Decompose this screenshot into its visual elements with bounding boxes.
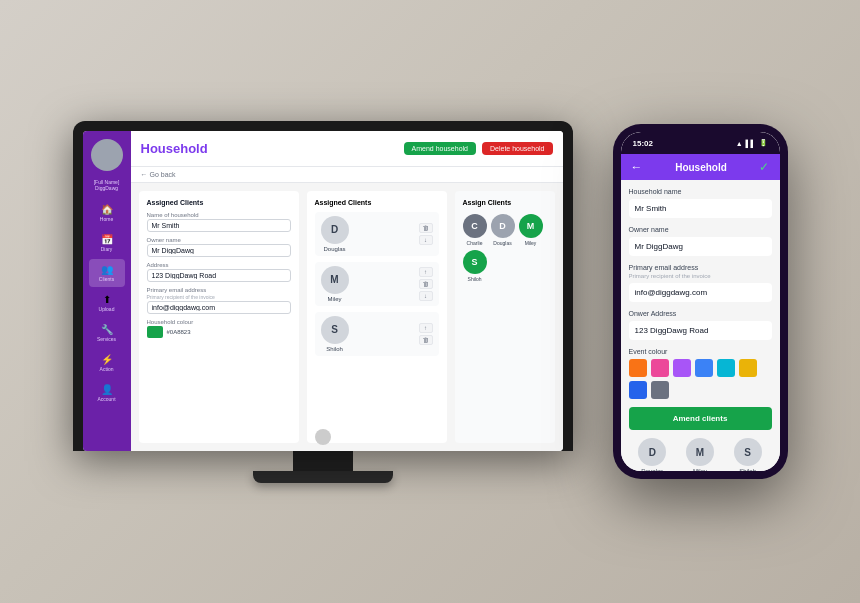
monitor-screen: [Full Name] DiggDawg 🏠 Home 📅 Diary 👥 Cl… — [83, 131, 563, 451]
header-buttons: Amend household Delete household — [404, 142, 553, 155]
phone-client-shiloh: S Shiloh — [734, 438, 762, 471]
wifi-icon: ▲ — [736, 140, 743, 147]
sidebar-item-services[interactable]: 🔧 Services — [89, 319, 125, 347]
client-delete-shiloh[interactable]: 🗑 — [419, 335, 433, 345]
phone-status-icons: ▲ ▌▌ 🔋 — [736, 139, 768, 147]
phone-avatar-douglas: D — [638, 438, 666, 466]
sidebar-item-diary[interactable]: 📅 Diary — [89, 229, 125, 257]
phone-back-button[interactable]: ← — [631, 160, 643, 174]
color-dark-blue[interactable] — [629, 381, 647, 399]
client-up-shiloh[interactable]: ↑ — [419, 323, 433, 333]
avatar — [91, 139, 123, 171]
sidebar-label-home: Home — [100, 216, 113, 222]
household-name-label: Name of household — [147, 212, 291, 218]
email-sublabel: Primary recipient of the invoice — [147, 294, 291, 300]
client-actions-douglas: 🗑 ↓ — [419, 223, 433, 245]
phone-owner-name-input[interactable] — [629, 237, 772, 256]
color-box[interactable] — [147, 326, 163, 338]
phone-email-sublabel: Primary recipient of the invoice — [629, 273, 772, 279]
monitor: [Full Name] DiggDawg 🏠 Home 📅 Diary 👥 Cl… — [73, 121, 573, 483]
address-input[interactable] — [147, 269, 291, 282]
assign-avatar-douglas[interactable]: D — [491, 214, 515, 238]
phone-email-input[interactable] — [629, 283, 772, 302]
phone-header: ← Household ✓ — [621, 154, 780, 180]
color-yellow[interactable] — [739, 359, 757, 377]
phone-email-label: Primary email address — [629, 264, 772, 271]
phone-household-name-input[interactable] — [629, 199, 772, 218]
assign-avatar-miley[interactable]: M — [519, 214, 543, 238]
phone-amend-clients-button[interactable]: Amend clients — [629, 407, 772, 430]
phone-name-douglas: Douglas — [641, 468, 663, 471]
phone-color-group: Event colour — [629, 348, 772, 399]
sidebar-item-account[interactable]: 👤 Account — [89, 379, 125, 407]
phone-clients-row: D Douglas M Miley S Shiloh — [629, 438, 772, 471]
sidebar-nav: 🏠 Home 📅 Diary 👥 Clients ⬆ Upload — [89, 199, 125, 443]
sidebar-user-name: [Full Name] DiggDawg — [94, 179, 120, 191]
client-up-miley[interactable]: ↑ — [419, 267, 433, 277]
sidebar-item-home[interactable]: 🏠 Home — [89, 199, 125, 227]
phone-avatar-shiloh: S — [734, 438, 762, 466]
left-panel-title: Assigned Clients — [147, 199, 291, 206]
phone-confirm-button[interactable]: ✓ — [759, 160, 769, 174]
address-label: Address — [147, 262, 291, 268]
sidebar-item-clients[interactable]: 👥 Clients — [89, 259, 125, 287]
sidebar-label-diary: Diary — [101, 246, 113, 252]
color-orange[interactable] — [629, 359, 647, 377]
color-purple[interactable] — [673, 359, 691, 377]
assign-avatar-charlie[interactable]: C — [463, 214, 487, 238]
phone-client-douglas: D Douglas — [638, 438, 666, 471]
sidebar-label-action: Action — [100, 366, 114, 372]
sidebar-item-upload[interactable]: ⬆ Upload — [89, 289, 125, 317]
delete-household-button[interactable]: Delete household — [482, 142, 553, 155]
phone-owner-name-label: Owner name — [629, 226, 772, 233]
content-area: Assigned Clients Name of household Owner… — [131, 183, 563, 451]
page-header: Household Amend household Delete househo… — [131, 131, 563, 167]
assign-avatar-shiloh[interactable]: S — [463, 250, 487, 274]
monitor-bezel: [Full Name] DiggDawg 🏠 Home 📅 Diary 👥 Cl… — [73, 121, 573, 451]
phone: 15:02 ▲ ▌▌ 🔋 ← Household ✓ Household nam… — [613, 124, 788, 479]
sidebar-label-clients: Clients — [99, 276, 114, 282]
owner-name-label: Owner name — [147, 237, 291, 243]
color-swatch: #0A8823 — [147, 326, 291, 338]
color-gray[interactable] — [651, 381, 669, 399]
phone-client-miley: M Miley — [686, 438, 714, 471]
household-name-input[interactable] — [147, 219, 291, 232]
color-group: Household colour #0A8823 — [147, 319, 291, 338]
client-down-miley[interactable]: ↓ — [419, 291, 433, 301]
client-avatar-douglas: D — [321, 216, 349, 244]
page-title: Household — [141, 141, 208, 156]
account-icon: 👤 — [101, 384, 113, 395]
phone-status-bar: 15:02 ▲ ▌▌ 🔋 — [621, 132, 780, 154]
client-down-douglas[interactable]: ↓ — [419, 235, 433, 245]
middle-panel: Assigned Clients D Douglas 🗑 ↓ — [307, 191, 447, 443]
phone-address-input[interactable] — [629, 321, 772, 340]
email-group: Primary email address Primary recipient … — [147, 287, 291, 314]
client-delete-douglas[interactable]: 🗑 — [419, 223, 433, 233]
assign-douglas: D Douglas — [491, 214, 515, 246]
client-avatar-shiloh: S — [321, 316, 349, 344]
back-bar[interactable]: Go back — [131, 167, 563, 183]
client-name-douglas: Douglas — [323, 246, 345, 252]
home-icon: 🏠 — [101, 204, 113, 215]
left-form-panel: Assigned Clients Name of household Owner… — [139, 191, 299, 443]
color-cyan[interactable] — [717, 359, 735, 377]
client-name-shiloh: Shiloh — [326, 346, 343, 352]
owner-name-input[interactable] — [147, 244, 291, 257]
client-actions-miley: ↑ 🗑 ↓ — [419, 267, 433, 301]
client-delete-miley[interactable]: 🗑 — [419, 279, 433, 289]
clients-icon: 👥 — [101, 264, 113, 275]
amend-household-button[interactable]: Amend household — [404, 142, 476, 155]
phone-name-shiloh: Shiloh — [739, 468, 756, 471]
client-item-shiloh: S Shiloh ↑ 🗑 — [315, 312, 439, 356]
color-pink[interactable] — [651, 359, 669, 377]
signal-icon: ▌▌ — [746, 140, 756, 147]
phone-name-miley: Miley — [693, 468, 707, 471]
diary-icon: 📅 — [101, 234, 113, 245]
assign-name-shiloh: Shiloh — [468, 276, 482, 282]
sidebar-item-action[interactable]: ⚡ Action — [89, 349, 125, 377]
phone-owner-name-group: Owner name — [629, 226, 772, 256]
email-label: Primary email address — [147, 287, 291, 293]
sidebar-label-services: Services — [97, 336, 116, 342]
color-blue[interactable] — [695, 359, 713, 377]
email-input[interactable] — [147, 301, 291, 314]
